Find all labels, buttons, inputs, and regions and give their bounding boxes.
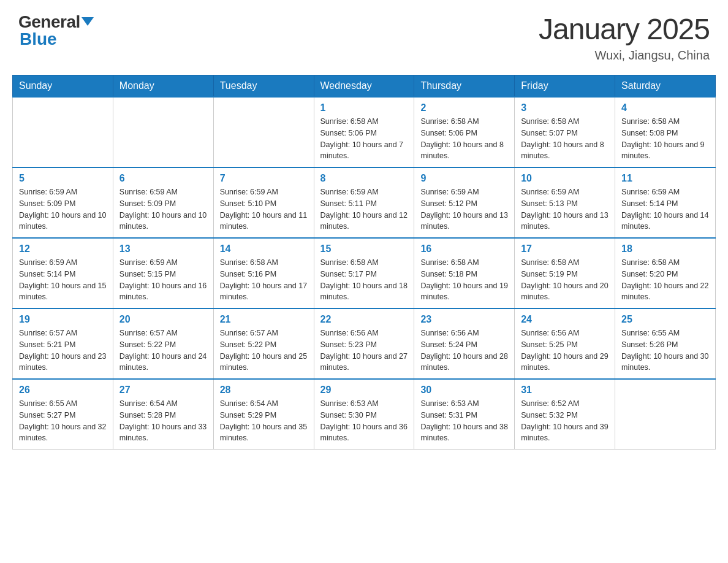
- day-number: 4: [621, 102, 709, 113]
- day-info: Sunrise: 6:53 AMSunset: 5:30 PMDaylight:…: [320, 398, 408, 444]
- day-number: 19: [19, 314, 107, 325]
- calendar-week-row: 26Sunrise: 6:55 AMSunset: 5:27 PMDayligh…: [13, 379, 716, 450]
- calendar-cell: 4Sunrise: 6:58 AMSunset: 5:08 PMDaylight…: [615, 97, 716, 167]
- day-info: Sunrise: 6:58 AMSunset: 5:06 PMDaylight:…: [420, 116, 508, 162]
- day-info: Sunrise: 6:59 AMSunset: 5:09 PMDaylight:…: [119, 186, 207, 232]
- day-number: 6: [119, 173, 207, 184]
- day-number: 22: [320, 314, 408, 325]
- logo-arrow-icon: [82, 17, 94, 26]
- calendar-cell: [213, 97, 314, 167]
- day-info: Sunrise: 6:59 AMSunset: 5:13 PMDaylight:…: [521, 186, 609, 232]
- calendar-cell: 1Sunrise: 6:58 AMSunset: 5:06 PMDaylight…: [314, 97, 414, 167]
- calendar-cell: 12Sunrise: 6:59 AMSunset: 5:14 PMDayligh…: [13, 238, 113, 308]
- day-info: Sunrise: 6:56 AMSunset: 5:25 PMDaylight:…: [521, 327, 609, 373]
- calendar-header-row: SundayMondayTuesdayWednesdayThursdayFrid…: [13, 75, 716, 98]
- calendar-cell: 5Sunrise: 6:59 AMSunset: 5:09 PMDaylight…: [13, 167, 113, 238]
- day-number: 30: [420, 385, 508, 396]
- day-number: 27: [119, 385, 207, 396]
- logo: General Blue: [18, 12, 94, 49]
- day-number: 11: [621, 173, 709, 184]
- calendar-week-row: 5Sunrise: 6:59 AMSunset: 5:09 PMDaylight…: [13, 167, 716, 238]
- calendar-cell: 24Sunrise: 6:56 AMSunset: 5:25 PMDayligh…: [515, 308, 615, 379]
- day-info: Sunrise: 6:58 AMSunset: 5:19 PMDaylight:…: [521, 257, 609, 303]
- day-number: 16: [420, 243, 508, 255]
- day-info: Sunrise: 6:58 AMSunset: 5:17 PMDaylight:…: [320, 257, 408, 303]
- calendar-cell: 26Sunrise: 6:55 AMSunset: 5:27 PMDayligh…: [13, 379, 113, 450]
- calendar-cell: 25Sunrise: 6:55 AMSunset: 5:26 PMDayligh…: [615, 308, 716, 379]
- calendar-header-thursday: Thursday: [414, 75, 515, 98]
- day-info: Sunrise: 6:58 AMSunset: 5:16 PMDaylight:…: [220, 257, 308, 303]
- calendar-header-tuesday: Tuesday: [213, 75, 314, 98]
- day-number: 1: [320, 102, 408, 113]
- day-info: Sunrise: 6:56 AMSunset: 5:24 PMDaylight:…: [420, 327, 508, 373]
- day-info: Sunrise: 6:58 AMSunset: 5:20 PMDaylight:…: [621, 257, 709, 303]
- day-info: Sunrise: 6:55 AMSunset: 5:26 PMDaylight:…: [621, 327, 709, 373]
- day-info: Sunrise: 6:56 AMSunset: 5:23 PMDaylight:…: [320, 327, 408, 373]
- day-number: 7: [220, 173, 308, 184]
- day-info: Sunrise: 6:59 AMSunset: 5:10 PMDaylight:…: [220, 186, 308, 232]
- day-info: Sunrise: 6:58 AMSunset: 5:08 PMDaylight:…: [621, 116, 709, 162]
- day-number: 13: [119, 243, 207, 255]
- calendar-header-saturday: Saturday: [615, 75, 716, 98]
- calendar-cell: 13Sunrise: 6:59 AMSunset: 5:15 PMDayligh…: [113, 238, 213, 308]
- calendar-cell: 6Sunrise: 6:59 AMSunset: 5:09 PMDaylight…: [113, 167, 213, 238]
- day-number: 15: [320, 243, 408, 255]
- calendar-cell: 20Sunrise: 6:57 AMSunset: 5:22 PMDayligh…: [113, 308, 213, 379]
- day-number: 17: [521, 243, 609, 255]
- calendar-week-row: 19Sunrise: 6:57 AMSunset: 5:21 PMDayligh…: [13, 308, 716, 379]
- day-info: Sunrise: 6:57 AMSunset: 5:22 PMDaylight:…: [119, 327, 207, 373]
- day-number: 24: [521, 314, 609, 325]
- calendar-cell: 28Sunrise: 6:54 AMSunset: 5:29 PMDayligh…: [213, 379, 314, 450]
- day-info: Sunrise: 6:58 AMSunset: 5:18 PMDaylight:…: [420, 257, 508, 303]
- calendar-cell: 3Sunrise: 6:58 AMSunset: 5:07 PMDaylight…: [515, 97, 615, 167]
- day-number: 21: [220, 314, 308, 325]
- calendar-cell: 21Sunrise: 6:57 AMSunset: 5:22 PMDayligh…: [213, 308, 314, 379]
- day-info: Sunrise: 6:57 AMSunset: 5:21 PMDaylight:…: [19, 327, 107, 373]
- day-info: Sunrise: 6:53 AMSunset: 5:31 PMDaylight:…: [420, 398, 508, 444]
- day-info: Sunrise: 6:59 AMSunset: 5:11 PMDaylight:…: [320, 186, 408, 232]
- calendar-cell: 9Sunrise: 6:59 AMSunset: 5:12 PMDaylight…: [414, 167, 515, 238]
- day-number: 14: [220, 243, 308, 255]
- day-number: 29: [320, 385, 408, 396]
- calendar-cell: 15Sunrise: 6:58 AMSunset: 5:17 PMDayligh…: [314, 238, 414, 308]
- calendar-week-row: 12Sunrise: 6:59 AMSunset: 5:14 PMDayligh…: [13, 238, 716, 308]
- day-info: Sunrise: 6:54 AMSunset: 5:29 PMDaylight:…: [220, 398, 308, 444]
- day-number: 12: [19, 243, 107, 255]
- calendar-cell: 29Sunrise: 6:53 AMSunset: 5:30 PMDayligh…: [314, 379, 414, 450]
- day-info: Sunrise: 6:54 AMSunset: 5:28 PMDaylight:…: [119, 398, 207, 444]
- calendar-cell: 8Sunrise: 6:59 AMSunset: 5:11 PMDaylight…: [314, 167, 414, 238]
- day-number: 9: [420, 173, 508, 184]
- day-number: 5: [19, 173, 107, 184]
- day-number: 31: [521, 385, 609, 396]
- title-section: January 2025 Wuxi, Jiangsu, China: [539, 12, 710, 63]
- calendar-header-sunday: Sunday: [13, 75, 113, 98]
- calendar-cell: 7Sunrise: 6:59 AMSunset: 5:10 PMDaylight…: [213, 167, 314, 238]
- calendar-cell: 23Sunrise: 6:56 AMSunset: 5:24 PMDayligh…: [414, 308, 515, 379]
- calendar-cell: 14Sunrise: 6:58 AMSunset: 5:16 PMDayligh…: [213, 238, 314, 308]
- calendar-cell: 31Sunrise: 6:52 AMSunset: 5:32 PMDayligh…: [515, 379, 615, 450]
- calendar-cell: 22Sunrise: 6:56 AMSunset: 5:23 PMDayligh…: [314, 308, 414, 379]
- calendar-cell: 2Sunrise: 6:58 AMSunset: 5:06 PMDaylight…: [414, 97, 515, 167]
- day-number: 18: [621, 243, 709, 255]
- location: Wuxi, Jiangsu, China: [539, 48, 710, 63]
- page-header: General Blue January 2025 Wuxi, Jiangsu,…: [0, 0, 728, 69]
- logo-blue-text: Blue: [20, 29, 57, 49]
- day-number: 25: [621, 314, 709, 325]
- day-info: Sunrise: 6:57 AMSunset: 5:22 PMDaylight:…: [220, 327, 308, 373]
- calendar-table: SundayMondayTuesdayWednesdayThursdayFrid…: [12, 75, 716, 450]
- day-info: Sunrise: 6:59 AMSunset: 5:14 PMDaylight:…: [19, 257, 107, 303]
- day-number: 10: [521, 173, 609, 184]
- calendar-cell: 30Sunrise: 6:53 AMSunset: 5:31 PMDayligh…: [414, 379, 515, 450]
- day-number: 20: [119, 314, 207, 325]
- day-number: 28: [220, 385, 308, 396]
- calendar-cell: 27Sunrise: 6:54 AMSunset: 5:28 PMDayligh…: [113, 379, 213, 450]
- day-info: Sunrise: 6:55 AMSunset: 5:27 PMDaylight:…: [19, 398, 107, 444]
- calendar-cell: [113, 97, 213, 167]
- day-number: 26: [19, 385, 107, 396]
- day-number: 23: [420, 314, 508, 325]
- calendar-header-friday: Friday: [515, 75, 615, 98]
- day-number: 3: [521, 102, 609, 113]
- day-info: Sunrise: 6:59 AMSunset: 5:14 PMDaylight:…: [621, 186, 709, 232]
- calendar-cell: 11Sunrise: 6:59 AMSunset: 5:14 PMDayligh…: [615, 167, 716, 238]
- day-info: Sunrise: 6:58 AMSunset: 5:06 PMDaylight:…: [320, 116, 408, 162]
